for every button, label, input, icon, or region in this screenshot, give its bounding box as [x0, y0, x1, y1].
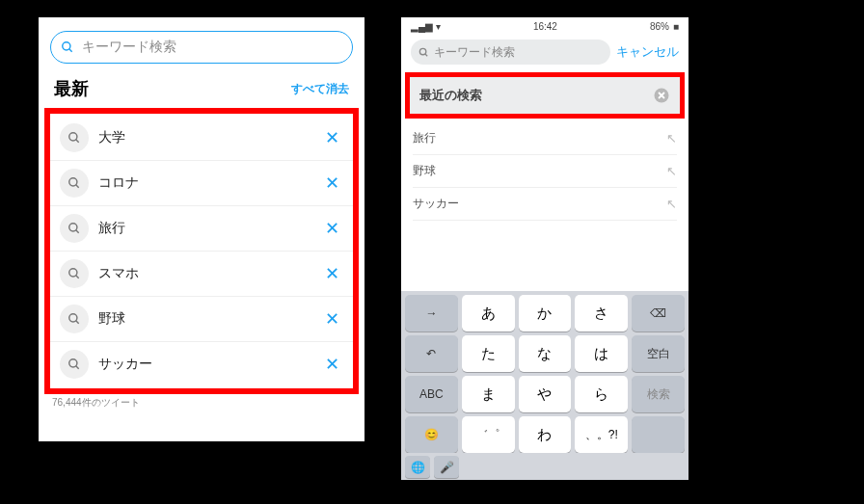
key-kana[interactable]: た [462, 335, 515, 372]
ios-keyboard: → あ か さ ⌫ ↶ た な は 空白 ABC ま や ら 検索 😊 ゛゜ わ… [401, 291, 688, 453]
svg-line-5 [76, 185, 79, 188]
recent-searches-header-highlight: 最近の検索 [405, 72, 685, 119]
remove-item-button[interactable]: ✕ [321, 263, 343, 284]
svg-line-15 [425, 53, 427, 55]
recent-title: 最新 [54, 77, 89, 100]
key-punct[interactable]: 、。?! [575, 416, 628, 453]
recent-item-label: サッカー [98, 356, 152, 373]
recent-item-label: サッカー [413, 196, 459, 212]
search-icon [60, 169, 89, 198]
search-icon [60, 214, 89, 243]
key-kana[interactable]: さ [575, 295, 628, 332]
svg-point-10 [69, 314, 77, 322]
recent-header-row: 最新 すべて消去 [39, 73, 364, 108]
recent-item[interactable]: スマホ ✕ [50, 252, 353, 297]
key-kana[interactable]: は [575, 335, 628, 372]
recent-item-label: 旅行 [413, 130, 436, 146]
remove-item-button[interactable]: ✕ [321, 354, 343, 375]
key-backspace[interactable]: ⌫ [632, 295, 685, 332]
svg-line-9 [76, 276, 79, 279]
recent-item-label: 大学 [98, 129, 125, 146]
svg-line-13 [76, 366, 79, 369]
recent-item[interactable]: 旅行 ✕ [50, 206, 353, 252]
recent-item[interactable]: 大学 ✕ [50, 116, 353, 161]
search-icon [60, 305, 89, 333]
recent-item[interactable]: 野球 ✕ [50, 297, 353, 342]
key-abc[interactable]: ABC [405, 376, 458, 412]
svg-point-0 [63, 42, 70, 50]
key-emoji[interactable]: 😊 [405, 416, 458, 453]
arrow-upleft-icon: ↖ [666, 131, 677, 146]
search-icon [60, 350, 89, 379]
recent-item-label: コロナ [98, 174, 139, 192]
recent-item-label: スマホ [98, 265, 139, 282]
key-kana[interactable]: ら [575, 376, 628, 412]
truncated-line: 76,444件のツイート [39, 394, 364, 411]
svg-line-11 [76, 321, 79, 324]
recent-item[interactable]: 野球 ↖ [413, 155, 677, 188]
search-icon [60, 259, 89, 288]
key-blank [632, 416, 685, 453]
recent-item[interactable]: サッカー ↖ [413, 188, 677, 221]
key-undo[interactable]: ↶ [405, 335, 458, 372]
signal-icon: ▂▄▆ ▾ [411, 21, 441, 32]
key-mic[interactable]: 🎤 [434, 456, 459, 478]
key-kana[interactable]: あ [462, 295, 515, 332]
svg-point-12 [69, 359, 77, 367]
arrow-upleft-icon: ↖ [666, 164, 677, 178]
battery-icon: ■ [673, 21, 679, 32]
key-space[interactable]: 空白 [632, 335, 685, 372]
svg-point-14 [419, 48, 425, 54]
recent-item[interactable]: サッカー ✕ [50, 342, 353, 386]
key-kana[interactable]: な [519, 335, 572, 372]
ios-topbar: キーワード検索 キャンセル [401, 36, 688, 72]
recent-list-highlight: 大学 ✕ コロナ ✕ 旅行 ✕ スマホ ✕ 野球 ✕ サッカー ✕ [44, 108, 359, 394]
svg-line-7 [76, 230, 79, 233]
search-icon [61, 40, 74, 54]
svg-point-6 [69, 224, 77, 231]
key-kana[interactable]: か [519, 295, 572, 332]
key-dakuten[interactable]: ゛゜ [462, 416, 515, 453]
svg-point-8 [69, 269, 77, 277]
key-kana[interactable]: ま [462, 376, 515, 412]
cancel-button[interactable]: キャンセル [616, 43, 679, 61]
search-icon [418, 47, 429, 58]
search-icon [60, 123, 89, 152]
clear-all-button[interactable]: すべて消去 [291, 81, 349, 97]
clear-recent-button[interactable] [653, 87, 670, 104]
remove-item-button[interactable]: ✕ [321, 172, 343, 194]
key-globe[interactable]: 🌐 [405, 456, 430, 478]
recent-list-right: 旅行 ↖ 野球 ↖ サッカー ↖ [401, 119, 688, 291]
search-placeholder: キーワード検索 [82, 39, 176, 56]
status-time: 16:42 [533, 21, 557, 32]
ios-keyboard-bottom: 🌐 🎤 [401, 453, 688, 480]
recent-header-label: 最近の検索 [419, 87, 482, 104]
ios-status-bar: ▂▄▆ ▾ 16:42 86% ■ [401, 17, 688, 36]
recent-item[interactable]: コロナ ✕ [50, 161, 353, 206]
key-search[interactable]: 検索 [632, 376, 685, 412]
remove-item-button[interactable]: ✕ [321, 127, 343, 148]
key-kana[interactable]: や [519, 376, 572, 412]
svg-line-3 [76, 140, 79, 143]
svg-point-2 [69, 133, 77, 141]
recent-item-label: 旅行 [98, 220, 125, 237]
key-kana[interactable]: わ [519, 416, 572, 453]
svg-line-1 [69, 49, 72, 52]
search-input[interactable]: キーワード検索 [411, 40, 610, 65]
search-placeholder: キーワード検索 [434, 44, 515, 61]
remove-item-button[interactable]: ✕ [321, 218, 343, 239]
recent-item-label: 野球 [98, 310, 125, 328]
battery-text: 86% [650, 21, 669, 32]
svg-point-4 [69, 178, 77, 186]
key-next[interactable]: → [405, 295, 458, 332]
twitter-ios-search-panel: ▂▄▆ ▾ 16:42 86% ■ キーワード検索 キャンセル 最近の検索 旅行… [401, 17, 688, 480]
search-input[interactable]: キーワード検索 [50, 31, 353, 64]
arrow-upleft-icon: ↖ [666, 197, 677, 211]
remove-item-button[interactable]: ✕ [321, 308, 343, 330]
recent-item[interactable]: 旅行 ↖ [413, 122, 677, 155]
recent-item-label: 野球 [413, 163, 436, 179]
twitter-web-search-panel: キーワード検索 最新 すべて消去 大学 ✕ コロナ ✕ 旅行 ✕ スマホ ✕ 野… [39, 17, 364, 441]
